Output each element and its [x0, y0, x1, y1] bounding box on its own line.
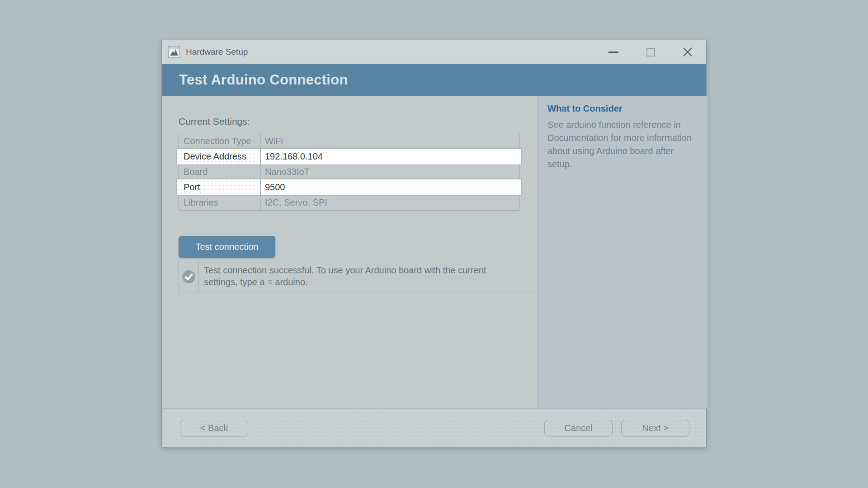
- maximize-button[interactable]: [632, 40, 669, 64]
- side-panel-heading: What to Consider: [547, 103, 697, 114]
- content-area: Current Settings: Connection Type WiFi D…: [162, 96, 706, 408]
- setting-label: Device Address: [177, 149, 261, 164]
- main-panel: Current Settings: Connection Type WiFi D…: [162, 96, 537, 408]
- port-field[interactable]: 9500: [261, 179, 521, 195]
- setting-value: I2C, Servo, SPI: [261, 195, 519, 210]
- setting-label: Board: [179, 164, 261, 179]
- footer: < Back Cancel Next >: [162, 408, 706, 447]
- setting-label: Connection Type: [179, 133, 261, 149]
- setting-value: WiFi: [261, 133, 519, 149]
- test-connection-button[interactable]: Test connection: [179, 236, 275, 258]
- hardware-setup-dialog: Hardware Setup Test Arduino Connection C…: [161, 40, 707, 447]
- page-title: Test Arduino Connection: [179, 72, 348, 88]
- status-message-line2: settings, type a = arduino.: [204, 276, 486, 288]
- minimize-icon: [609, 52, 618, 53]
- minimize-button[interactable]: [595, 40, 632, 64]
- status-icon-cell: [179, 261, 198, 292]
- next-button[interactable]: Next >: [621, 420, 689, 436]
- table-row-port[interactable]: Port 9500: [177, 179, 521, 195]
- table-row-libraries: Libraries I2C, Servo, SPI: [179, 195, 519, 210]
- window-controls: [595, 40, 706, 64]
- matlab-window-icon: [168, 46, 180, 58]
- table-row-device-address[interactable]: Device Address 192.168.0.104: [177, 148, 521, 164]
- window-title: Hardware Setup: [186, 47, 248, 57]
- what-to-consider-panel: What to Consider See arduino function re…: [537, 96, 708, 408]
- settings-table: Connection Type WiFi Device Address 192.…: [179, 133, 519, 211]
- setting-label: Port: [177, 179, 261, 195]
- page-header: Test Arduino Connection: [162, 64, 706, 96]
- setting-value: Nano33IoT: [261, 164, 519, 179]
- status-box: Test connection successful. To use your …: [179, 261, 536, 292]
- titlebar[interactable]: Hardware Setup: [162, 40, 706, 64]
- status-message-line1: Test connection successful. To use your …: [204, 264, 486, 276]
- side-panel-body: See arduino function reference in Docume…: [547, 118, 697, 171]
- cancel-button[interactable]: Cancel: [544, 420, 613, 436]
- maximize-icon: [646, 48, 655, 56]
- back-button[interactable]: < Back: [180, 420, 248, 436]
- setting-label: Libraries: [179, 195, 261, 210]
- check-circle-icon: [182, 270, 196, 284]
- close-icon: [683, 47, 693, 57]
- table-row-board: Board Nano33IoT: [179, 164, 519, 179]
- close-button[interactable]: [669, 40, 706, 64]
- status-message: Test connection successful. To use your …: [198, 261, 491, 292]
- table-row-connection-type: Connection Type WiFi: [179, 133, 519, 149]
- device-address-field[interactable]: 192.168.0.104: [261, 149, 521, 164]
- current-settings-label: Current Settings:: [179, 116, 537, 127]
